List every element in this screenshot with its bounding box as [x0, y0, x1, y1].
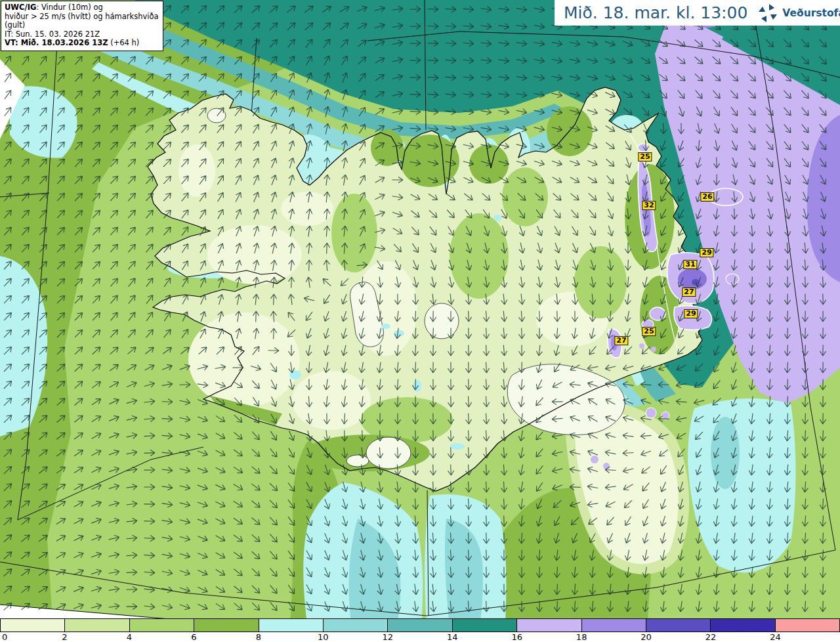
colorbar-segment: [64, 619, 129, 631]
max-gust-label: 29: [684, 309, 698, 318]
colorbar-segment: [194, 619, 258, 631]
colorbar-tick-label: 12: [382, 632, 393, 642]
colorbar-segment: [387, 619, 452, 631]
colorbar-segment: [323, 619, 387, 631]
model-info-line1: UWC/IG: Vindur (10m) og: [5, 3, 159, 12]
colorbar-tick-label: 18: [576, 632, 587, 642]
colorbar-tick-label: 24: [770, 632, 781, 642]
forecast-map-page: UWC/IG: Vindur (10m) og hviður > 25 m/s …: [0, 0, 840, 642]
max-gust-label: 31: [683, 260, 697, 269]
vedurstofa-logo-icon: [757, 2, 779, 24]
colorbar-segment: [646, 619, 710, 631]
colorbar-tick-label: 20: [640, 632, 652, 642]
colorbar-labels: 024681012141618202224: [0, 632, 840, 642]
max-gust-label: 26: [700, 192, 714, 202]
weather-map: [0, 0, 840, 642]
colorbar-segment: [710, 619, 774, 631]
colorbar-segment: [775, 619, 839, 631]
colorbar-strip: [0, 618, 840, 632]
wind-speed-colorbar: 024681012141618202224: [0, 618, 840, 642]
colorbar-tick-label: 0: [2, 632, 7, 642]
colorbar-tick-label: 14: [447, 632, 458, 642]
colorbar-segment: [259, 619, 323, 631]
max-gust-label: 29: [700, 248, 713, 257]
valid-time-title: Mið. 18. mar. kl. 13:00: [564, 3, 747, 22]
title-band: Mið. 18. mar. kl. 13:00 Veðurstofa Íslan…: [555, 0, 840, 26]
max-gust-label: 25: [638, 152, 652, 161]
colorbar-segment: [1, 619, 64, 631]
max-gust-label: 32: [642, 201, 656, 210]
colorbar-tick-label: 16: [511, 632, 522, 642]
brand: Veðurstofa Íslands: [757, 2, 840, 24]
colorbar-tick-label: 8: [256, 632, 261, 642]
brand-name: Veðurstofa Íslands: [782, 7, 840, 19]
colorbar-segment: [516, 619, 581, 631]
model-info-line2: hviður > 25 m/s (hvítt) og hámarkshviða …: [5, 12, 159, 30]
max-gust-label: 27: [614, 336, 628, 345]
colorbar-segment: [452, 619, 516, 631]
colorbar-tick-label: 4: [127, 632, 132, 642]
colorbar-segment: [581, 619, 646, 631]
max-gust-label: 27: [682, 288, 696, 297]
colorbar-tick-label: 22: [705, 632, 717, 642]
colorbar-tick-label: 10: [318, 632, 329, 642]
colorbar-segment: [129, 619, 194, 631]
max-gust-label: 25: [642, 327, 656, 336]
model-info-box: UWC/IG: Vindur (10m) og hviður > 25 m/s …: [1, 1, 163, 51]
colorbar-tick-label: 2: [62, 632, 67, 642]
model-info-line3: IT: Sun. 15. 03. 2026 21Z: [5, 30, 159, 39]
colorbar-tick-label: 6: [191, 632, 196, 642]
model-info-line4: VT: Mið. 18.03.2026 13Z (+64 h): [5, 39, 159, 48]
